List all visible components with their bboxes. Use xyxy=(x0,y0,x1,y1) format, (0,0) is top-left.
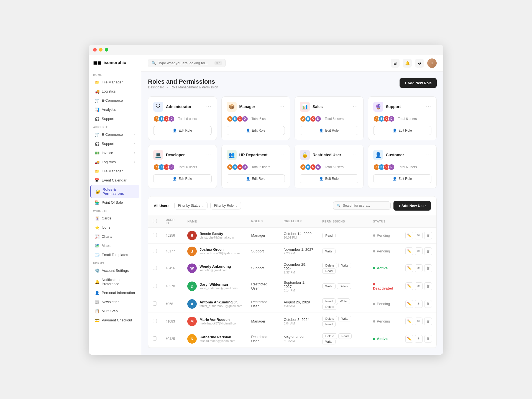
view-user-button[interactable]: 👁 xyxy=(415,282,423,290)
view-user-button[interactable]: 👁 xyxy=(415,232,423,239)
add-user-button[interactable]: + Add New User xyxy=(393,201,431,211)
row-checkbox[interactable] xyxy=(153,284,157,288)
sidebar-item-email-templates[interactable]: ✉️Email Templates xyxy=(90,250,139,259)
sidebar-item-file-manager[interactable]: 📁File Manager xyxy=(90,78,139,87)
notification-icon: 🔔 xyxy=(95,280,99,284)
delete-user-button[interactable]: 🗑 xyxy=(424,300,432,308)
users-search-input[interactable] xyxy=(343,204,387,208)
users-search-box[interactable]: 🔍 xyxy=(333,201,391,210)
sidebar-item-cards[interactable]: 🃏Cards xyxy=(90,214,139,223)
sidebar-item-roles-permissions[interactable]: 🔐Roles & Permissions xyxy=(90,185,139,198)
sidebar-item-point-of-sale[interactable]: 🏪Point Of Sale xyxy=(90,198,139,207)
filter-status[interactable]: Filter by Status ⌄ xyxy=(174,202,208,209)
row-checkbox[interactable] xyxy=(153,233,157,237)
edit-role-button-developer[interactable]: 👤 Edit Role xyxy=(153,174,212,183)
edit-user-button[interactable]: ✏️ xyxy=(405,335,413,343)
role-menu-support[interactable]: ··· xyxy=(426,104,431,109)
sidebar-item-ecommerce[interactable]: 🛒E-Commerce xyxy=(90,96,139,105)
edit-user-button[interactable]: ✏️ xyxy=(405,247,413,255)
tab-all-users[interactable]: All Users xyxy=(154,204,169,208)
edit-user-button[interactable]: ✏️ xyxy=(405,264,413,272)
minimize-btn[interactable] xyxy=(99,48,103,52)
settings-icon-btn[interactable]: ⚙ xyxy=(415,59,424,68)
edit-user-button[interactable]: ✏️ xyxy=(405,282,413,290)
edit-role-button-hr-department[interactable]: 👤 Edit Role xyxy=(227,174,285,183)
sidebar-item-newsletter[interactable]: 📰Newsletter xyxy=(90,298,139,306)
view-user-button[interactable]: 👁 xyxy=(415,318,423,325)
sidebar-item-support-kit[interactable]: 🎧Support› xyxy=(90,139,139,148)
sidebar-item-maps[interactable]: 🗺️Maps xyxy=(90,241,139,250)
row-checkbox[interactable] xyxy=(153,319,157,323)
edit-role-button-administrator[interactable]: 👤 Edit Role xyxy=(153,126,212,135)
role-menu-customer[interactable]: ··· xyxy=(426,152,431,157)
sidebar-item-ecommerce-kit[interactable]: 🛒E-Commerce› xyxy=(90,130,139,139)
view-user-button[interactable]: 👁 xyxy=(415,264,423,272)
sidebar-item-multi-step[interactable]: 📋Multi Step xyxy=(90,307,139,316)
close-btn[interactable] xyxy=(93,48,97,52)
view-user-button[interactable]: 👁 xyxy=(415,335,423,343)
role-menu-hr-department[interactable]: ··· xyxy=(280,152,285,157)
role-menu-manager[interactable]: ··· xyxy=(280,104,285,109)
role-menu-sales[interactable]: ··· xyxy=(353,104,358,109)
col-user-id: USER ID xyxy=(161,215,183,228)
user-name: Katherine Parisian xyxy=(200,335,235,339)
col-created[interactable]: CREATED ▾ xyxy=(279,215,318,228)
table-row: #9425 K Katherine Parisian rashad.moen@y… xyxy=(148,330,436,347)
maps-icon: 🗺️ xyxy=(95,244,99,248)
user-status: Pending xyxy=(369,295,401,313)
sidebar-item-payment-checkout[interactable]: 💳Payment Checkout xyxy=(90,316,139,325)
sidebar-item-logistics-kit[interactable]: 🚚Logistics› xyxy=(90,158,139,167)
invoice-icon: 💵 xyxy=(95,151,99,155)
row-checkbox[interactable] xyxy=(153,301,157,306)
delete-user-button[interactable]: 🗑 xyxy=(424,264,432,272)
sidebar-item-charts[interactable]: 📈Charts xyxy=(90,232,139,241)
role-menu-developer[interactable]: ··· xyxy=(206,152,211,157)
user-permissions: DeleteReadWrite xyxy=(318,330,369,347)
edit-user-button[interactable]: ✏️ xyxy=(405,318,413,325)
delete-user-button[interactable]: 🗑 xyxy=(424,282,432,290)
col-permissions: PERMISSIONS xyxy=(318,215,369,228)
row-checkbox[interactable] xyxy=(153,266,157,270)
sidebar-item-event-calendar[interactable]: 📅Event Calendar xyxy=(90,176,139,185)
edit-role-button-support[interactable]: 👤 Edit Role xyxy=(373,126,432,135)
edit-user-button[interactable]: ✏️ xyxy=(405,232,413,239)
users-search-add: 🔍 + Add New User xyxy=(333,201,431,211)
edit-role-button-sales[interactable]: 👤 Edit Role xyxy=(300,126,358,135)
edit-user-button[interactable]: ✏️ xyxy=(405,300,413,308)
search-input[interactable] xyxy=(158,61,212,65)
sidebar-item-logistics[interactable]: 🚚Logistics xyxy=(90,87,139,96)
sidebar-item-notification-pref[interactable]: 🔔Notification Preference xyxy=(90,275,139,288)
sidebar-item-personal-info[interactable]: 👤Personal Information xyxy=(90,288,139,297)
role-card-sales: 📊 Sales ··· ABCD Total 6 users 👤 Edit Ro… xyxy=(295,96,364,140)
select-all-checkbox[interactable] xyxy=(153,219,157,223)
filter-role[interactable]: Filter by Role ⌄ xyxy=(210,202,241,209)
edit-role-button-restricted-user[interactable]: 👤 Edit Role xyxy=(300,174,358,183)
delete-user-button[interactable]: 🗑 xyxy=(424,247,432,255)
search-box[interactable]: 🔍 ⌘K xyxy=(148,59,226,67)
sidebar-item-icons[interactable]: ⭐Icons xyxy=(90,223,139,232)
role-menu-administrator[interactable]: ··· xyxy=(206,104,211,109)
maximize-btn[interactable] xyxy=(105,48,108,52)
view-user-button[interactable]: 👁 xyxy=(415,247,423,255)
delete-user-button[interactable]: 🗑 xyxy=(424,318,432,325)
user-status: Deactivated xyxy=(369,277,401,295)
delete-user-button[interactable]: 🗑 xyxy=(424,232,432,239)
row-checkbox[interactable] xyxy=(153,249,157,253)
delete-user-button[interactable]: 🗑 xyxy=(424,335,432,343)
sidebar-item-account-settings[interactable]: ⚙️Account Settings xyxy=(90,266,139,275)
add-role-button[interactable]: + Add New Role xyxy=(400,78,437,88)
sidebar-item-invoice[interactable]: 💵Invoice› xyxy=(90,149,139,157)
edit-role-button-customer[interactable]: 👤 Edit Role xyxy=(373,174,432,183)
grid-icon-btn[interactable]: ⊞ xyxy=(391,59,400,68)
view-user-button[interactable]: 👁 xyxy=(415,300,423,308)
sidebar-item-support[interactable]: 🎧Support xyxy=(90,114,139,123)
sidebar-item-filemanager-kit[interactable]: 📁File Manager xyxy=(90,167,139,176)
edit-role-button-manager[interactable]: 👤 Edit Role xyxy=(227,126,285,135)
bell-icon-btn[interactable]: 🔔 xyxy=(403,59,412,68)
row-checkbox[interactable] xyxy=(153,336,157,341)
col-role[interactable]: ROLE ▾ xyxy=(247,215,279,228)
role-menu-restricted-user[interactable]: ··· xyxy=(353,152,358,157)
avatar[interactable]: U xyxy=(427,58,437,68)
sidebar-item-analytics[interactable]: 📊Analytics xyxy=(90,105,139,114)
breadcrumb-home[interactable]: Dashboard xyxy=(148,85,164,89)
